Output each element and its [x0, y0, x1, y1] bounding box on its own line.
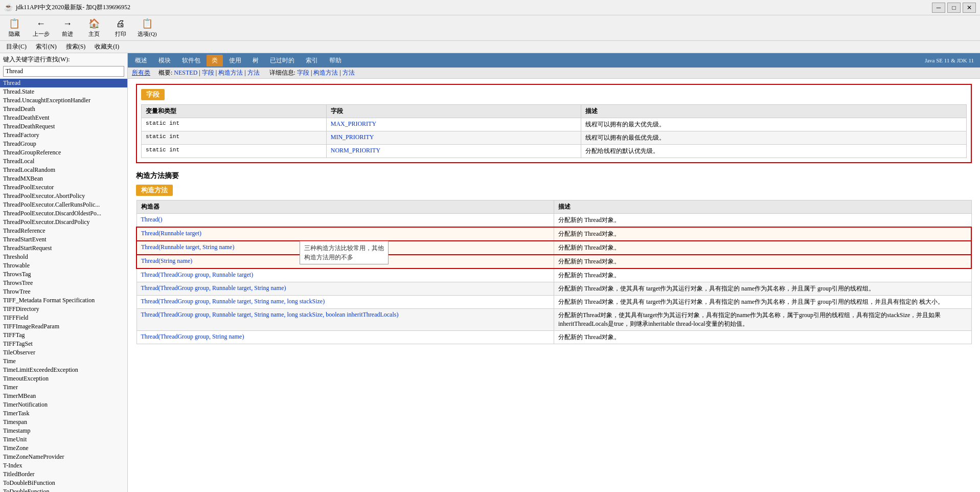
- tree-item[interactable]: ThreadReference: [0, 227, 127, 235]
- tab-tree[interactable]: 树: [247, 55, 264, 66]
- menu-index[interactable]: 索引(N): [32, 41, 61, 52]
- title-bar: ☕ jdk11API中文2020最新版- 加Q群139696952 ─ □ ✕: [0, 0, 980, 15]
- tree-item[interactable]: TIFFDirectory: [0, 305, 127, 314]
- tree-item[interactable]: TIFFTagSet: [0, 340, 127, 348]
- menu-search[interactable]: 搜索(S): [62, 41, 90, 52]
- constructor-name[interactable]: Thread(ThreadGroup group, Runnable targe…: [136, 269, 554, 282]
- tree-item[interactable]: ThreadPoolExecutor.DiscardOldestPo...: [0, 209, 127, 218]
- field-name[interactable]: MIN_PRIORITY: [326, 131, 581, 145]
- constructor-name[interactable]: Thread(ThreadGroup group, String name): [136, 331, 554, 344]
- tree-item[interactable]: Timer: [0, 383, 127, 392]
- tree-item[interactable]: ThreadLocal: [0, 157, 127, 166]
- tree-item[interactable]: Throwable: [0, 261, 127, 270]
- constructor-name[interactable]: Thread(ThreadGroup group, Runnable targe…: [136, 282, 554, 296]
- fields-table: 变量和类型 字段 描述 static int MAX_PRIORITY 线程可以…: [141, 104, 967, 158]
- breadcrumb-field[interactable]: 字段: [202, 69, 214, 76]
- tree-item[interactable]: T-Index: [0, 461, 127, 470]
- tree-item[interactable]: ToDoubleFunction: [0, 487, 127, 492]
- tree-item[interactable]: Timestamp: [0, 427, 127, 435]
- close-button[interactable]: ✕: [963, 3, 976, 13]
- tab-use[interactable]: 使用: [224, 55, 246, 66]
- constructor-name[interactable]: Thread(ThreadGroup group, Runnable targe…: [136, 296, 554, 309]
- all-classes-link[interactable]: 所有类: [132, 69, 150, 77]
- tree-item[interactable]: ThrowsTag: [0, 270, 127, 279]
- tree-item[interactable]: Threshold: [0, 253, 127, 261]
- constructor-desc: 分配新的 Thread对象。: [554, 331, 972, 344]
- tree-item[interactable]: ThreadPoolExecutor.AbortPolicy: [0, 192, 127, 200]
- tab-help[interactable]: 帮助: [324, 55, 347, 66]
- menu-favorites[interactable]: 收藏夹(I): [90, 41, 123, 52]
- tree-item[interactable]: TimeoutException: [0, 374, 127, 383]
- tree-item[interactable]: TileObserver: [0, 348, 127, 357]
- field-desc: 分配给线程的默认优先级。: [581, 145, 967, 158]
- breadcrumb-method[interactable]: 方法: [247, 69, 260, 76]
- forward-button[interactable]: → 前进: [57, 18, 78, 38]
- tree-item[interactable]: ThreadPoolExecutor.CallerRunsPolic...: [0, 200, 127, 209]
- tab-class[interactable]: 类: [207, 55, 223, 66]
- constructors-col-desc: 描述: [554, 200, 972, 214]
- field-name[interactable]: MAX_PRIORITY: [326, 118, 581, 131]
- minimize-button[interactable]: ─: [932, 3, 945, 13]
- tree-item[interactable]: ThreadStartEvent: [0, 235, 127, 244]
- back-button[interactable]: ← 上一步: [31, 18, 51, 38]
- maximize-button[interactable]: □: [947, 3, 961, 13]
- tree-item[interactable]: ThreadMXBean: [0, 174, 127, 183]
- tree-item[interactable]: ThreadGroupReference: [0, 148, 127, 157]
- tree-item[interactable]: TimerTask: [0, 409, 127, 418]
- tree-item[interactable]: TitledBorder: [0, 470, 127, 479]
- tree-item[interactable]: TimeLimitExceededException: [0, 366, 127, 374]
- tree-item[interactable]: ThrowTree: [0, 287, 127, 296]
- tree-item[interactable]: ThreadFactory: [0, 131, 127, 140]
- tab-index[interactable]: 索引: [301, 55, 323, 66]
- field-type: static int: [142, 118, 327, 131]
- breadcrumb-detail-field[interactable]: 字段: [297, 69, 309, 76]
- search-input[interactable]: [3, 66, 124, 77]
- constructor-name[interactable]: Thread(): [136, 214, 554, 228]
- tree-item[interactable]: ThreadLocalRandom: [0, 166, 127, 174]
- tree-item[interactable]: TIFF_Metadata Format Specification: [0, 296, 127, 305]
- tab-module[interactable]: 模块: [153, 55, 176, 66]
- breadcrumb-detail-method[interactable]: 方法: [343, 69, 355, 76]
- fields-col-desc: 描述: [581, 105, 967, 118]
- tree-item[interactable]: TIFFField: [0, 314, 127, 322]
- tree-item[interactable]: ToDoubleBiFunction: [0, 479, 127, 487]
- tree-item[interactable]: ThreadDeathRequest: [0, 122, 127, 131]
- menu-directory[interactable]: 目录(C): [2, 41, 31, 52]
- breadcrumb-detail-constructor[interactable]: 构造方法: [313, 69, 338, 76]
- print-button[interactable]: 🖨 打印: [110, 18, 131, 38]
- field-name[interactable]: NORM_PRIORITY: [326, 145, 581, 158]
- constructor-name[interactable]: Thread(ThreadGroup group, Runnable targe…: [136, 309, 554, 331]
- tab-overview[interactable]: 概述: [130, 55, 152, 66]
- tree-item[interactable]: Time: [0, 357, 127, 366]
- constructor-desc: 分配新的 Thread对象。: [554, 255, 972, 269]
- tree-item[interactable]: ThreadStartRequest: [0, 244, 127, 253]
- tree-item[interactable]: Thread.State: [0, 87, 127, 96]
- home-button[interactable]: 🏠 主页: [84, 18, 104, 38]
- tree-item[interactable]: Thread.UncaughtExceptionHandler: [0, 96, 127, 105]
- tree-item[interactable]: TimeUnit: [0, 435, 127, 444]
- hide-button[interactable]: 📋 隐藏: [4, 18, 25, 38]
- tree-item[interactable]: TIFFTag: [0, 331, 127, 340]
- tab-deprecated[interactable]: 已过时的: [265, 55, 300, 66]
- tab-package[interactable]: 软件包: [177, 55, 206, 66]
- breadcrumb-nested[interactable]: NESTED: [174, 69, 197, 76]
- tree-item[interactable]: Timespan: [0, 418, 127, 427]
- sidebar: 键入关键字进行查找(W): ThreadThread.StateThread.U…: [0, 53, 128, 492]
- content-scroll[interactable]: 字段 变量和类型 字段 描述 static int MAX_PRIORITY 线…: [128, 79, 980, 492]
- tree-item[interactable]: TimeZoneNameProvider: [0, 453, 127, 461]
- tree-item[interactable]: ThreadGroup: [0, 140, 127, 148]
- constructor-name[interactable]: Thread(Runnable target): [136, 227, 554, 241]
- tree-item[interactable]: TimeZone: [0, 444, 127, 453]
- tree-item[interactable]: ThreadPoolExecutor: [0, 183, 127, 192]
- tree-item[interactable]: Thread: [0, 79, 127, 87]
- tree-item[interactable]: ThreadPoolExecutor.DiscardPolicy: [0, 218, 127, 227]
- tree-item[interactable]: ThrowsTree: [0, 279, 127, 287]
- constructor-desc: 分配新的Thread对象，使其具有target作为其运行对象，具有指定的name…: [554, 309, 972, 331]
- options-button[interactable]: 📋 选项(Q): [137, 18, 157, 38]
- tree-item[interactable]: TimerNotification: [0, 400, 127, 409]
- breadcrumb-constructor[interactable]: 构造方法: [218, 69, 243, 76]
- tree-item[interactable]: ThreadDeathEvent: [0, 114, 127, 122]
- tree-item[interactable]: ThreadDeath: [0, 105, 127, 114]
- tree-item[interactable]: TIFFImageReadParam: [0, 322, 127, 331]
- tree-item[interactable]: TimerMBean: [0, 392, 127, 400]
